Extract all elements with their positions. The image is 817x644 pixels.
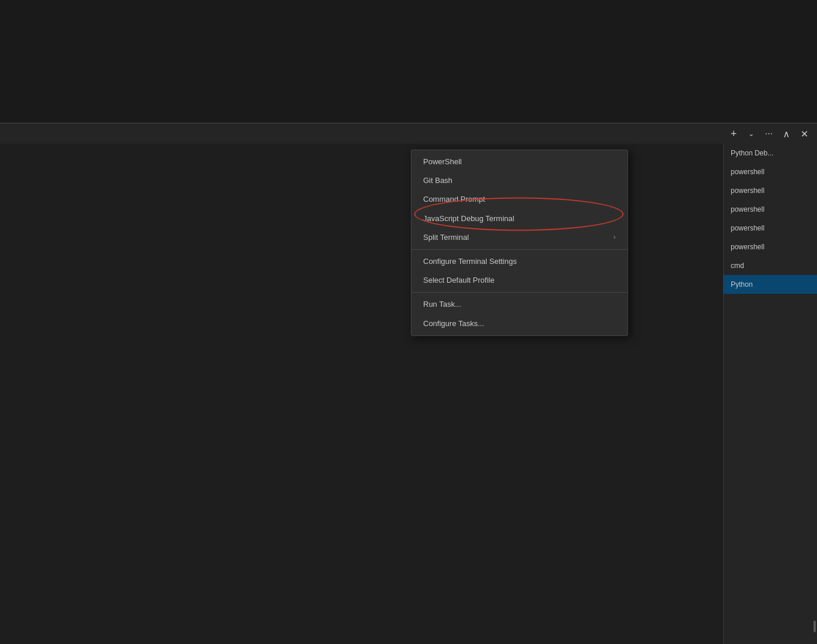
terminal-dropdown-menu: PowerShell Git Bash Command Prompt JavaS… — [411, 150, 628, 336]
menu-section-tasks: Run Task... Configure Tasks... — [411, 292, 627, 335]
terminal-list-item[interactable]: powershell — [724, 219, 817, 238]
terminal-list-item[interactable]: powershell — [724, 238, 817, 256]
menu-item-configure-terminal[interactable]: Configure Terminal Settings — [411, 252, 627, 271]
terminal-list-item[interactable]: powershell — [724, 162, 817, 181]
editor-area — [0, 0, 817, 123]
menu-section-settings: Configure Terminal Settings Select Defau… — [411, 249, 627, 292]
menu-item-configure-tasks[interactable]: Configure Tasks... — [411, 314, 627, 333]
terminal-list-item[interactable]: Python Deb... — [724, 144, 817, 162]
menu-item-command-prompt[interactable]: Command Prompt — [411, 190, 627, 209]
menu-item-run-task[interactable]: Run Task... — [411, 295, 627, 314]
menu-item-git-bash[interactable]: Git Bash — [411, 171, 627, 190]
menu-item-select-default[interactable]: Select Default Profile — [411, 271, 627, 290]
terminal-list-item[interactable]: cmd — [724, 256, 817, 275]
scrollbar[interactable] — [813, 621, 816, 632]
terminal-list-item[interactable]: powershell — [724, 200, 817, 219]
terminal-caret-up-button[interactable]: ∧ — [778, 126, 795, 142]
submenu-arrow-icon: › — [613, 232, 616, 242]
new-terminal-button[interactable]: + — [725, 126, 742, 142]
terminal-more-button[interactable]: ··· — [761, 126, 777, 142]
terminal-close-button[interactable]: ✕ — [796, 126, 812, 142]
terminal-list-item-active[interactable]: Python — [724, 275, 817, 294]
menu-item-split-terminal[interactable]: Split Terminal › — [411, 228, 627, 247]
terminal-toolbar: + ⌄ ··· ∧ ✕ — [0, 123, 817, 144]
terminal-list-panel: Python Deb... powershell powershell powe… — [723, 144, 817, 644]
menu-section-terminals: PowerShell Git Bash Command Prompt JavaS… — [411, 150, 627, 249]
terminal-list-item[interactable]: powershell — [724, 181, 817, 200]
terminal-dropdown-button[interactable]: ⌄ — [743, 126, 759, 142]
menu-item-powershell[interactable]: PowerShell — [411, 152, 627, 171]
menu-item-js-debug[interactable]: JavaScript Debug Terminal — [411, 209, 627, 228]
